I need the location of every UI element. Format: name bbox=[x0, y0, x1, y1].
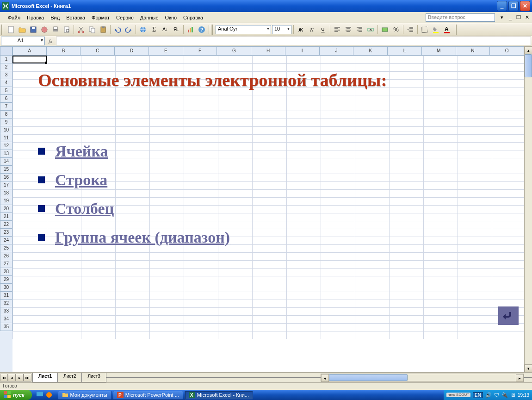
scroll-down-button[interactable]: ▾ bbox=[525, 364, 532, 372]
mdi-restore-button[interactable]: ❐ bbox=[515, 14, 522, 20]
tray-shield-icon[interactable]: 🛡 bbox=[494, 392, 499, 398]
format-toolbar-grip[interactable] bbox=[211, 25, 214, 35]
undo-button[interactable] bbox=[112, 25, 123, 35]
col-header-L[interactable]: L bbox=[388, 46, 422, 56]
col-header-G[interactable]: G bbox=[217, 46, 251, 56]
menu-help[interactable]: Справка bbox=[180, 14, 206, 21]
row-header-5[interactable]: 5 bbox=[0, 87, 12, 95]
overlay-link-row[interactable]: Строка bbox=[55, 171, 107, 189]
quicklaunch-desktop-icon[interactable] bbox=[36, 391, 44, 399]
return-button[interactable] bbox=[498, 306, 519, 325]
active-cell[interactable] bbox=[12, 56, 47, 63]
font-size-combo[interactable]: 10 bbox=[272, 25, 291, 34]
sort-desc-button[interactable]: Я↓ bbox=[171, 25, 181, 35]
new-button[interactable] bbox=[6, 25, 16, 35]
col-header-M[interactable]: M bbox=[422, 46, 456, 56]
paste-button[interactable] bbox=[98, 25, 108, 35]
help-question-input[interactable]: Введите вопрос bbox=[426, 13, 495, 22]
col-header-H[interactable]: H bbox=[251, 46, 285, 56]
row-header-2[interactable]: 2 bbox=[0, 63, 12, 71]
col-header-I[interactable]: I bbox=[285, 46, 320, 56]
tray-volume-icon[interactable]: 🔊 bbox=[485, 392, 492, 398]
tab-nav-last[interactable]: ⏭ bbox=[24, 374, 31, 381]
row-header-6[interactable]: 6 bbox=[0, 95, 12, 103]
row-header-23[interactable]: 23 bbox=[0, 229, 12, 237]
mdi-minimize-button[interactable]: _ bbox=[507, 15, 513, 20]
scroll-right-button[interactable]: ▸ bbox=[516, 374, 524, 382]
row-header-16[interactable]: 16 bbox=[0, 174, 12, 181]
row-header-32[interactable]: 32 bbox=[0, 300, 12, 307]
save-button[interactable] bbox=[28, 25, 38, 35]
tab-nav-prev[interactable]: ◂ bbox=[8, 374, 16, 381]
row-header-20[interactable]: 20 bbox=[0, 205, 12, 213]
sort-asc-button[interactable]: А↓ bbox=[160, 25, 170, 35]
hscroll-thumb[interactable] bbox=[329, 374, 408, 381]
row-header-26[interactable]: 26 bbox=[0, 252, 12, 260]
tray-clock[interactable]: 19:13 bbox=[518, 393, 529, 398]
row-header-13[interactable]: 13 bbox=[0, 150, 12, 158]
grid[interactable]: ABCDEFGHIJKLMNO Основные элементы электр… bbox=[12, 46, 524, 372]
mdi-close-button[interactable]: ✕ bbox=[524, 14, 530, 20]
col-header-B[interactable]: B bbox=[47, 46, 81, 56]
row-header-1[interactable]: 1 bbox=[0, 56, 12, 63]
menu-insert[interactable]: Вставка bbox=[63, 14, 88, 21]
bold-button[interactable]: Ж bbox=[296, 25, 306, 35]
vertical-scrollbar[interactable]: ▴ ▾ bbox=[524, 46, 532, 372]
row-header-35[interactable]: 35 bbox=[0, 323, 12, 331]
tray-display-icon[interactable]: 🖥 bbox=[510, 392, 515, 398]
row-header-29[interactable]: 29 bbox=[0, 276, 12, 284]
window-minimize-button[interactable]: _ bbox=[497, 1, 507, 11]
overlay-link-range[interactable]: Группа ячеек (диапазон) bbox=[55, 229, 230, 246]
row-header-4[interactable]: 4 bbox=[0, 79, 12, 87]
select-all-corner[interactable] bbox=[0, 46, 12, 56]
tab-nav-first[interactable]: ⏮ bbox=[0, 374, 8, 381]
tray-nero[interactable]: nero SCOUT bbox=[446, 393, 470, 397]
toolbar-grip[interactable] bbox=[1, 25, 4, 35]
row-header-21[interactable]: 21 bbox=[0, 213, 12, 221]
row-header-22[interactable]: 22 bbox=[0, 221, 12, 229]
permission-button[interactable] bbox=[39, 25, 49, 35]
row-header-17[interactable]: 17 bbox=[0, 181, 12, 189]
task-item-excel[interactable]: X Microsoft Excel - Кни... bbox=[185, 391, 253, 400]
currency-button[interactable] bbox=[380, 25, 390, 35]
overlay-link-column[interactable]: Столбец bbox=[55, 200, 114, 218]
print-button[interactable] bbox=[50, 25, 61, 35]
task-item-powerpoint[interactable]: P Microsoft PowerPoint ... bbox=[113, 391, 183, 400]
row-header-31[interactable]: 31 bbox=[0, 292, 12, 300]
menu-window[interactable]: Окно bbox=[162, 14, 180, 21]
scroll-left-button[interactable]: ◂ bbox=[321, 374, 329, 382]
menu-data[interactable]: Данные bbox=[137, 14, 162, 21]
tab-nav-next[interactable]: ▸ bbox=[16, 374, 24, 381]
percent-button[interactable]: % bbox=[391, 25, 401, 35]
merge-center-button[interactable]: a bbox=[365, 25, 376, 35]
col-header-J[interactable]: J bbox=[320, 46, 354, 56]
align-left-button[interactable] bbox=[332, 25, 342, 35]
tray-language[interactable]: EN bbox=[473, 392, 483, 398]
row-header-24[interactable]: 24 bbox=[0, 237, 12, 244]
fx-icon[interactable]: fx bbox=[49, 38, 52, 44]
align-center-button[interactable] bbox=[343, 25, 353, 35]
window-close-button[interactable]: ✕ bbox=[520, 1, 530, 11]
col-header-F[interactable]: F bbox=[183, 46, 217, 56]
row-header-15[interactable]: 15 bbox=[0, 166, 12, 174]
toolbar-overflow[interactable] bbox=[455, 25, 458, 35]
menu-file[interactable]: Файл bbox=[5, 14, 24, 21]
col-header-A[interactable]: A bbox=[12, 46, 47, 56]
horizontal-scrollbar[interactable]: ◂ ▸ bbox=[321, 374, 524, 381]
window-maximize-button[interactable]: ❐ bbox=[508, 1, 519, 11]
copy-button[interactable] bbox=[87, 25, 97, 35]
decrease-indent-button[interactable] bbox=[405, 25, 415, 35]
row-header-3[interactable]: 3 bbox=[0, 71, 12, 79]
font-name-combo[interactable]: Arial Cyr bbox=[216, 25, 271, 34]
print-preview-button[interactable] bbox=[62, 25, 72, 35]
open-button[interactable] bbox=[17, 25, 27, 35]
overlay-link-cell[interactable]: Ячейка bbox=[55, 143, 108, 160]
row-header-25[interactable]: 25 bbox=[0, 244, 12, 252]
col-header-E[interactable]: E bbox=[149, 46, 183, 56]
font-color-button[interactable]: A bbox=[442, 25, 452, 35]
scroll-up-button[interactable]: ▴ bbox=[525, 46, 532, 54]
chart-wizard-button[interactable] bbox=[186, 25, 196, 35]
col-header-D[interactable]: D bbox=[115, 46, 149, 56]
italic-button[interactable]: К bbox=[307, 25, 317, 35]
row-header-18[interactable]: 18 bbox=[0, 189, 12, 197]
